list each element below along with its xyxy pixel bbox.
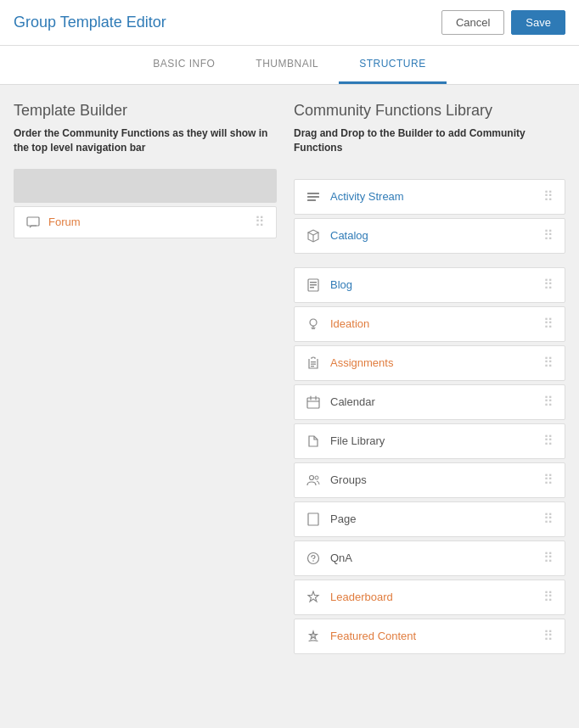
activity-stream-icon bbox=[305, 188, 322, 205]
svg-rect-3 bbox=[307, 199, 316, 201]
svg-rect-9 bbox=[311, 361, 316, 362]
header: Group Template Editor Cancel Save bbox=[0, 0, 579, 46]
svg-rect-1 bbox=[307, 193, 319, 194]
header-actions: Cancel Save bbox=[441, 10, 565, 35]
template-builder-subtitle: Order the Community Functions as they wi… bbox=[14, 126, 277, 155]
drag-handle-forum[interactable] bbox=[255, 214, 266, 230]
svg-rect-7 bbox=[310, 287, 314, 288]
svg-point-17 bbox=[312, 560, 314, 562]
forum-icon bbox=[25, 214, 42, 231]
library-item-qna[interactable]: QnA bbox=[294, 540, 565, 576]
groups-label: Groups bbox=[330, 473, 367, 486]
forum-label: Forum bbox=[48, 216, 81, 228]
tab-structure[interactable]: STRUCTURE bbox=[339, 46, 447, 84]
blog-icon bbox=[305, 277, 322, 294]
svg-point-13 bbox=[310, 475, 314, 479]
template-builder: Template Builder Order the Community Fun… bbox=[14, 102, 277, 658]
drag-handle-calendar[interactable] bbox=[543, 394, 554, 410]
drag-handle-catalog[interactable] bbox=[543, 227, 554, 244]
tab-thumbnail[interactable]: THUMBNAIL bbox=[235, 46, 339, 84]
leaderboard-icon bbox=[305, 589, 322, 606]
ideation-icon bbox=[305, 316, 322, 333]
community-library-title: Community Functions Library bbox=[294, 102, 565, 120]
drag-handle-ideation[interactable] bbox=[543, 316, 554, 332]
library-item-blog[interactable]: Blog bbox=[294, 267, 565, 303]
drag-handle-file-library[interactable] bbox=[543, 433, 554, 449]
page-icon bbox=[305, 511, 322, 528]
drag-handle-groups[interactable] bbox=[543, 472, 554, 488]
library-item-catalog[interactable]: Catalog bbox=[294, 218, 565, 254]
page-title: Group Template Editor bbox=[14, 14, 166, 31]
library-item-page[interactable]: Page bbox=[294, 501, 565, 537]
leaderboard-label: Leaderboard bbox=[330, 591, 393, 603]
builder-item-forum[interactable]: Forum bbox=[14, 206, 277, 238]
svg-rect-0 bbox=[27, 217, 39, 226]
tab-basic-info[interactable]: BASIC INFO bbox=[132, 46, 235, 84]
svg-point-8 bbox=[310, 319, 317, 326]
library-item-calendar[interactable]: Calendar bbox=[294, 384, 565, 420]
assignments-icon bbox=[305, 355, 322, 372]
blog-label: Blog bbox=[330, 278, 352, 291]
main-content: Template Builder Order the Community Fun… bbox=[0, 85, 579, 675]
tabs-bar: BASIC INFO THUMBNAIL STRUCTURE bbox=[0, 46, 579, 85]
svg-rect-10 bbox=[311, 363, 316, 364]
svg-rect-15 bbox=[308, 513, 318, 525]
ideation-label: Ideation bbox=[330, 317, 369, 330]
drag-handle-featured-content[interactable] bbox=[543, 628, 554, 644]
svg-rect-2 bbox=[307, 196, 319, 198]
drag-handle-page[interactable] bbox=[543, 511, 554, 527]
file-library-icon bbox=[305, 433, 322, 450]
save-button[interactable]: Save bbox=[511, 10, 565, 35]
library-item-leaderboard[interactable]: Leaderboard bbox=[294, 580, 565, 615]
library-item-file-library[interactable]: File Library bbox=[294, 423, 565, 459]
catalog-label: Catalog bbox=[330, 229, 368, 242]
groups-icon bbox=[305, 472, 322, 489]
cancel-button[interactable]: Cancel bbox=[441, 10, 504, 35]
file-library-label: File Library bbox=[330, 434, 385, 447]
svg-rect-6 bbox=[310, 284, 317, 286]
activity-stream-label: Activity Stream bbox=[330, 190, 404, 203]
featured-content-label: Featured Content bbox=[330, 630, 416, 642]
catalog-icon bbox=[305, 227, 322, 244]
svg-rect-12 bbox=[307, 398, 319, 408]
template-builder-title: Template Builder bbox=[14, 102, 277, 120]
svg-rect-5 bbox=[310, 282, 317, 283]
library-item-ideation[interactable]: Ideation bbox=[294, 306, 565, 342]
qna-label: QnA bbox=[330, 552, 352, 564]
library-item-groups[interactable]: Groups bbox=[294, 462, 565, 498]
calendar-icon bbox=[305, 394, 322, 411]
library-item-activity-stream[interactable]: Activity Stream bbox=[294, 179, 565, 215]
drag-handle-leaderboard[interactable] bbox=[543, 589, 554, 605]
drag-handle-assignments[interactable] bbox=[543, 355, 554, 371]
community-library: Community Functions Library Drag and Dro… bbox=[294, 102, 565, 658]
drag-handle-activity-stream[interactable] bbox=[543, 188, 554, 204]
assignments-label: Assignments bbox=[330, 356, 393, 369]
calendar-label: Calendar bbox=[330, 395, 375, 408]
drag-handle-qna[interactable] bbox=[543, 550, 554, 566]
community-library-subtitle: Drag and Drop to the Builder to add Comm… bbox=[294, 126, 565, 155]
drag-handle-blog[interactable] bbox=[543, 277, 554, 293]
featured-content-icon bbox=[305, 628, 322, 645]
svg-rect-11 bbox=[311, 366, 314, 367]
library-item-featured-content[interactable]: Featured Content bbox=[294, 619, 565, 654]
library-item-assignments[interactable]: Assignments bbox=[294, 345, 565, 381]
page-label: Page bbox=[330, 512, 356, 525]
svg-point-14 bbox=[315, 476, 318, 479]
qna-icon bbox=[305, 550, 322, 567]
builder-drop-placeholder bbox=[14, 169, 277, 203]
